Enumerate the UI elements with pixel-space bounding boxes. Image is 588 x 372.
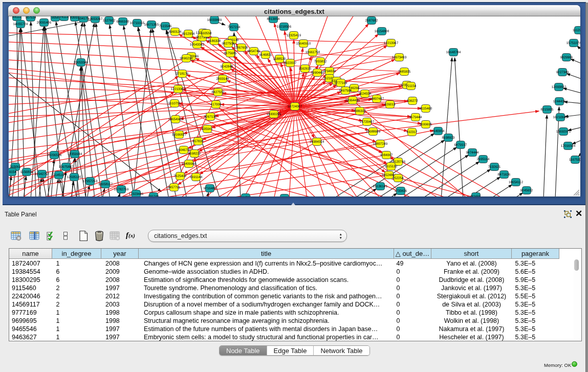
svg-text:9794024: 9794024: [323, 70, 336, 73]
svg-text:1156819: 1156819: [20, 170, 33, 174]
svg-text:9474444: 9474444: [466, 151, 479, 155]
svg-text:1244415: 1244415: [553, 100, 566, 103]
svg-text:1527602: 1527602: [103, 19, 116, 23]
svg-text:14055724: 14055724: [13, 23, 28, 26]
svg-text:16210643: 16210643: [553, 116, 568, 119]
svg-text:252254: 252254: [393, 177, 404, 180]
svg-text:536272: 536272: [407, 99, 418, 103]
svg-text:19166827: 19166827: [172, 133, 187, 137]
svg-text:8186328: 8186328: [208, 39, 221, 43]
svg-text:2935114: 2935114: [477, 158, 490, 161]
svg-text:8698222: 8698222: [188, 152, 201, 156]
svg-text:39154: 39154: [9, 170, 16, 174]
svg-text:20206536: 20206536: [47, 154, 62, 157]
svg-text:9227349: 9227349: [556, 71, 569, 74]
svg-text:12505135: 12505135: [67, 176, 82, 179]
svg-text:12213369: 12213369: [171, 87, 186, 91]
svg-text:2718176: 2718176: [176, 72, 189, 76]
svg-text:18807249: 18807249: [373, 142, 388, 146]
svg-text:1640954: 1640954: [432, 129, 445, 133]
svg-text:857833: 857833: [192, 140, 204, 143]
svg-text:15720407: 15720407: [360, 120, 375, 124]
svg-text:6479197: 6479197: [454, 143, 467, 147]
svg-text:10719155: 10719155: [130, 21, 145, 25]
svg-text:9115460: 9115460: [420, 107, 432, 111]
svg-text:104522: 104522: [240, 196, 251, 196]
svg-text:535941: 535941: [202, 127, 213, 131]
svg-text:20053346: 20053346: [74, 61, 89, 64]
svg-text:7357224: 7357224: [228, 26, 241, 29]
svg-text:6497568: 6497568: [339, 89, 352, 93]
svg-text:10807487: 10807487: [369, 97, 384, 101]
svg-text:9699695: 9699695: [420, 123, 432, 126]
svg-text:6466160: 6466160: [117, 20, 129, 24]
svg-text:626013: 626013: [384, 103, 396, 106]
svg-text:82455: 82455: [471, 195, 481, 196]
svg-text:16648784: 16648784: [446, 51, 461, 54]
svg-text:9058: 9058: [52, 16, 59, 19]
svg-text:7632621: 7632621: [488, 165, 501, 169]
svg-text:8454749: 8454749: [248, 50, 260, 53]
svg-text:492317: 492317: [406, 130, 418, 134]
svg-text:15136141: 15136141: [373, 185, 388, 188]
svg-text:18724007: 18724007: [288, 105, 302, 108]
svg-text:8675685: 8675685: [224, 52, 237, 55]
svg-text:16671355: 16671355: [144, 23, 159, 27]
svg-text:10973493: 10973493: [392, 56, 407, 59]
svg-text:7386322: 7386322: [354, 110, 366, 113]
svg-text:15751074: 15751074: [567, 41, 580, 45]
svg-text:8813054: 8813054: [267, 17, 280, 21]
svg-text:1733426: 1733426: [395, 189, 407, 193]
svg-text:74113: 74113: [59, 16, 69, 19]
svg-text:20091406: 20091406: [37, 21, 52, 25]
svg-text:8215955: 8215955: [541, 108, 554, 112]
svg-text:1167533: 1167533: [569, 158, 580, 162]
svg-text:10975887: 10975887: [59, 165, 74, 169]
svg-text:9084067: 9084067: [380, 154, 393, 157]
svg-text:12325419: 12325419: [287, 34, 301, 37]
svg-text:1112905: 1112905: [573, 29, 580, 32]
svg-text:7955812: 7955812: [314, 60, 327, 63]
svg-text:8322037: 8322037: [284, 61, 297, 65]
svg-text:8427552: 8427552: [212, 91, 225, 94]
svg-text:18300295: 18300295: [267, 113, 281, 116]
svg-text:2803144: 2803144: [216, 77, 229, 81]
svg-text:9896214: 9896214: [180, 57, 193, 60]
svg-text:907514: 907514: [25, 16, 36, 19]
svg-text:15692971: 15692971: [556, 130, 571, 134]
svg-text:12323446: 12323446: [129, 192, 144, 196]
svg-text:1691144: 1691144: [190, 176, 203, 179]
svg-text:10958117: 10958117: [98, 183, 113, 186]
svg-text:9245652: 9245652: [520, 189, 533, 192]
svg-text:2687682: 2687682: [365, 19, 378, 23]
svg-text:16046736: 16046736: [177, 148, 191, 152]
svg-text:9329966: 9329966: [560, 56, 573, 59]
svg-text:19654963: 19654963: [168, 118, 183, 121]
svg-text:19384554: 19384554: [310, 140, 324, 144]
svg-text:160558: 160558: [201, 32, 212, 35]
svg-text:84111: 84111: [13, 16, 21, 19]
svg-text:16154808: 16154808: [375, 30, 389, 33]
svg-text:9579444: 9579444: [409, 116, 422, 119]
svg-text:12213967: 12213967: [384, 41, 399, 45]
svg-text:8960124: 8960124: [169, 30, 182, 34]
svg-text:9457791: 9457791: [168, 186, 181, 189]
svg-text:1615132: 1615132: [385, 165, 398, 168]
svg-text:9146821: 9146821: [259, 53, 272, 57]
svg-text:1610755: 1610755: [168, 102, 181, 105]
svg-text:9777169: 9777169: [335, 81, 347, 85]
svg-text:10543342: 10543342: [190, 43, 205, 47]
svg-text:15640910: 15640910: [296, 42, 311, 46]
svg-text:15409946: 15409946: [182, 162, 197, 166]
svg-text:8912954: 8912954: [182, 32, 195, 36]
svg-text:12093822: 12093822: [552, 85, 567, 89]
svg-text:10688609: 10688609: [366, 130, 381, 134]
svg-text:2867608: 2867608: [235, 46, 248, 50]
svg-text:1588520: 1588520: [273, 57, 286, 61]
svg-text:17957253: 17957253: [83, 180, 98, 183]
svg-text:20364436: 20364436: [345, 99, 360, 102]
svg-text:1562615: 1562615: [299, 67, 312, 71]
svg-text:8471626: 8471626: [498, 173, 511, 177]
svg-text:114519: 114519: [54, 173, 64, 177]
svg-text:10654112: 10654112: [509, 181, 523, 184]
